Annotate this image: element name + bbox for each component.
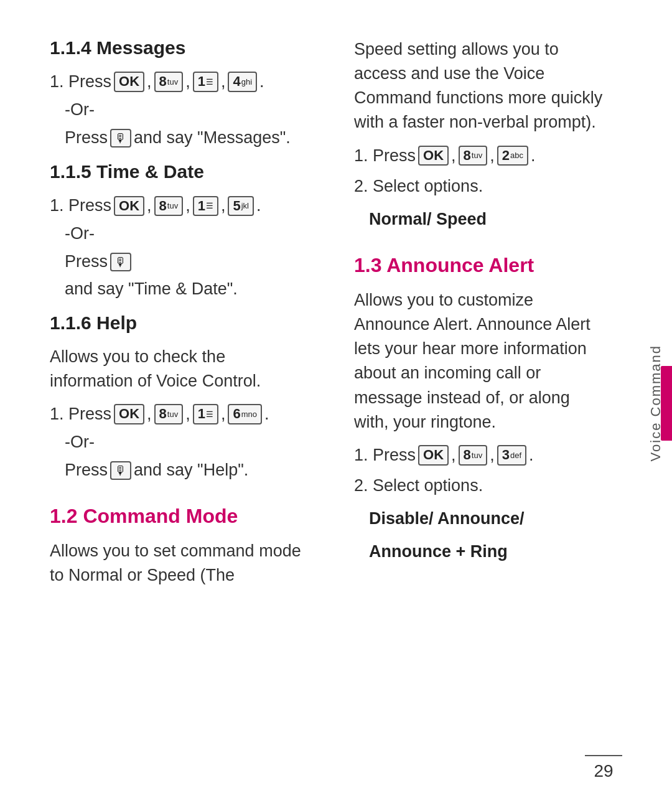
cmd-step1: 1. Press OK , 8tuv , 2abc . [354, 144, 609, 168]
voice-icon-1: 🎙 [110, 129, 131, 148]
key-ok-116: OK [114, 404, 144, 424]
press-text-116: Press [65, 458, 108, 482]
press-say-time: and say "Time & Date". [65, 277, 238, 301]
main-content: 1.1.4 Messages 1. Press OK , 8tuv , 1☰ ,… [0, 0, 640, 806]
step1-prefix-13: 1. Press [354, 443, 416, 467]
section-13-step2-text: 2. Select options. [354, 474, 609, 498]
section-12: 1.2 Command Mode Allows you to set comma… [50, 505, 304, 588]
period-116: . [264, 402, 269, 426]
step1-prefix-116: 1. Press [50, 402, 111, 426]
section-13-option1: Disable/ Announce/ [369, 507, 609, 531]
press-say-msg: and say "Messages". [134, 126, 291, 150]
key-2abc: 2abc [497, 146, 528, 166]
section-116-step1: 1. Press OK , 8tuv , 1☰ , 6mno . [50, 402, 304, 426]
section-12-body: Allows you to set command mode to Normal… [50, 539, 304, 588]
sidebar: Voice Command [640, 0, 672, 806]
key-1-116: 1☰ [193, 404, 218, 424]
voice-icon-116: 🎙 [110, 461, 131, 480]
section-116-heading: 1.1.6 Help [50, 312, 304, 334]
section-13-options: Disable/ Announce/ Announce + Ring [369, 507, 609, 564]
comma-115-2: , [185, 194, 190, 218]
key-8tuv-cmd: 8tuv [459, 146, 488, 166]
section-114-step1: 1. Press OK , 8tuv , 1☰ , 4ghi . [50, 70, 304, 94]
page-line [585, 755, 622, 756]
section-115-or: -Or- [65, 224, 304, 243]
section-13-body: Allows you to customize Announce Alert. … [354, 288, 609, 434]
step1-prefix-115: 1. Press [50, 194, 111, 218]
right-column: Speed setting allows you to access and u… [342, 37, 609, 769]
voice-icon-115: 🎙 [110, 253, 131, 271]
key-8tuv: 8tuv [154, 72, 184, 91]
key-1msg: 1☰ [193, 72, 218, 91]
key-5jkl: 5jkl [228, 196, 254, 216]
step1-prefix: 1. Press [50, 70, 111, 94]
key-ok-13: OK [418, 445, 449, 465]
section-114-press: Press 🎙 and say "Messages". [65, 126, 304, 150]
period-115: . [256, 194, 261, 218]
page-container: 1.1.4 Messages 1. Press OK , 8tuv , 1☰ ,… [0, 0, 672, 806]
section-116-or: -Or- [65, 433, 304, 452]
press-say-help: and say "Help". [134, 458, 248, 482]
section-114: 1.1.4 Messages 1. Press OK , 8tuv , 1☰ ,… [50, 37, 304, 150]
comma-116-3: , [221, 402, 226, 426]
comma2: , [185, 70, 190, 94]
section-13-heading: 1.3 Announce Alert [354, 254, 609, 277]
comma-13-1: , [451, 443, 456, 467]
comma-115-1: , [147, 194, 152, 218]
section-115-press: Press 🎙 and say "Time & Date". [65, 250, 304, 301]
key-ok-cmd: OK [418, 146, 449, 166]
page-number-area: 29 [585, 755, 622, 781]
press-text-115: Press [65, 250, 108, 274]
key-6mno: 6mno [228, 404, 262, 424]
comma3: , [221, 70, 226, 94]
section-116-press: Press 🎙 and say "Help". [65, 458, 304, 482]
section-115-step1: 1. Press OK , 8tuv , 1☰ , 5jkl . [50, 194, 304, 218]
section-13-step1: 1. Press OK , 8tuv , 3def . [354, 443, 609, 467]
key-8tuv-116: 8tuv [154, 404, 184, 424]
section-13-option2: Announce + Ring [369, 540, 609, 564]
comma-115-3: , [221, 194, 226, 218]
command-mode-continued: Speed setting allows you to access and u… [354, 37, 609, 232]
step1-prefix-cmd: 1. Press [354, 144, 416, 168]
comma-116-2: , [185, 402, 190, 426]
section-115: 1.1.5 Time & Date 1. Press OK , 8tuv , 1… [50, 161, 304, 301]
key-ok-115: OK [114, 196, 144, 216]
left-column: 1.1.4 Messages 1. Press OK , 8tuv , 1☰ ,… [50, 37, 317, 769]
page-number: 29 [594, 761, 613, 781]
period-13: . [529, 443, 534, 467]
section-12-heading: 1.2 Command Mode [50, 505, 304, 528]
comma-cmd-2: , [490, 144, 495, 168]
comma-116-1: , [147, 402, 152, 426]
cmd-step2-text: 2. Select options. [354, 174, 609, 199]
key-8tuv-13: 8tuv [459, 445, 488, 465]
key-3def: 3def [497, 445, 526, 465]
cmd-step2-option: Normal/ Speed [369, 207, 609, 232]
section-13: 1.3 Announce Alert Allows you to customi… [354, 254, 609, 564]
key-1-115: 1☰ [193, 196, 218, 216]
press-text: Press [65, 126, 108, 150]
section-114-heading: 1.1.4 Messages [50, 37, 304, 59]
sidebar-accent [661, 366, 672, 441]
section-116-body: Allows you to check the information of V… [50, 345, 304, 393]
section-116: 1.1.6 Help Allows you to check the infor… [50, 312, 304, 483]
key-4ghi: 4ghi [228, 72, 257, 91]
period-cmd: . [531, 144, 536, 168]
key-ok: OK [114, 72, 144, 91]
period1: . [259, 70, 264, 94]
section-114-or: -Or- [65, 100, 304, 119]
comma1: , [147, 70, 152, 94]
section-115-heading: 1.1.5 Time & Date [50, 161, 304, 182]
comma-cmd-1: , [451, 144, 456, 168]
comma-13-2: , [490, 443, 495, 467]
command-mode-text: Speed setting allows you to access and u… [354, 37, 609, 135]
key-8tuv-115: 8tuv [154, 196, 184, 216]
